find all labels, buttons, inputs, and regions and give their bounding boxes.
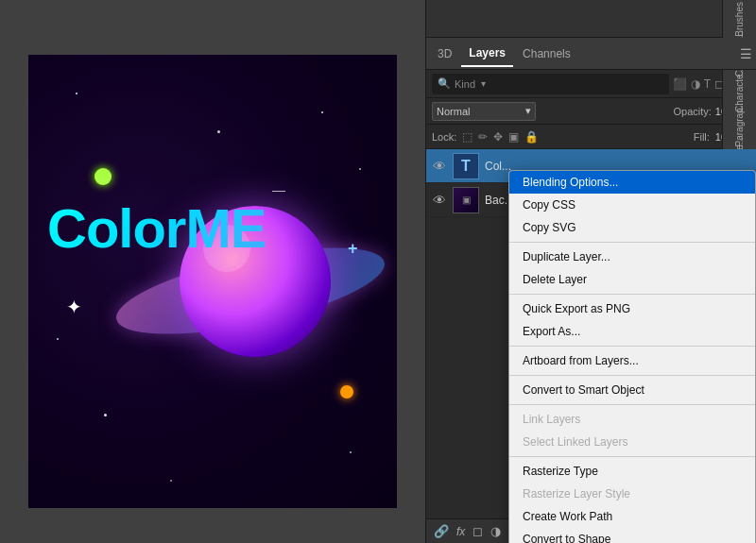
menu-item-link-layers: Link Layers <box>509 408 755 431</box>
menu-item-rasterize-style: Rasterize Layer Style <box>509 483 755 505</box>
star <box>104 414 107 416</box>
lock-all-icon[interactable]: 🔒 <box>524 130 539 144</box>
star-cross-2: — <box>272 182 285 197</box>
menu-item-select-linked: Select Linked Layers <box>509 431 755 453</box>
star <box>76 93 77 94</box>
menu-item-quick-export[interactable]: Quick Export as PNG <box>509 297 755 320</box>
star <box>321 111 323 113</box>
context-menu: Blending Options... Copy CSS Copy SVG Du… <box>508 170 756 543</box>
menu-item-convert-smart[interactable]: Convert to Smart Object <box>509 379 755 401</box>
fill-label: Fill: <box>694 131 710 143</box>
menu-item-create-work-path[interactable]: Create Work Path <box>509 505 755 528</box>
tab-3d[interactable]: 3D <box>430 42 459 66</box>
menu-divider-5 <box>509 404 755 405</box>
tab-menu-icon[interactable]: ☰ <box>740 46 752 61</box>
panel-tabs: 3D Layers Channels ☰ <box>426 38 756 70</box>
layer-visibility-icon[interactable]: 👁 <box>432 159 447 174</box>
character-btn[interactable]: Characte... <box>727 76 753 102</box>
star <box>359 168 361 170</box>
star-cross: ✦ <box>66 296 82 318</box>
filter-search-box[interactable]: 🔍 Kind ▾ <box>432 74 669 94</box>
blend-chevron-icon: ▾ <box>525 105 531 117</box>
star <box>170 480 172 482</box>
menu-item-artboard[interactable]: Artboard from Layers... <box>509 349 755 372</box>
lock-label: Lock: <box>432 131 456 143</box>
lock-artboard-icon[interactable]: ▣ <box>508 130 519 144</box>
canvas-wrapper: ColorME + ✦ — <box>28 55 397 508</box>
filter-adjust-icon[interactable]: ◑ <box>691 77 700 91</box>
filter-type-icon[interactable]: T <box>704 77 711 91</box>
layer-thumbnail-bg: ▣ <box>453 187 479 213</box>
paragraph-btn[interactable]: Paragrap... <box>727 110 753 137</box>
canvas-area: ColorME + ✦ — <box>0 0 425 543</box>
menu-item-delete-layer[interactable]: Delete Layer <box>509 268 755 291</box>
link-icon[interactable]: 🔗 <box>434 524 449 538</box>
chevron-down-icon: ▾ <box>481 78 486 89</box>
brushes-icon-btn[interactable]: Brushes <box>727 6 753 32</box>
filter-kind-label: Kind <box>455 78 475 90</box>
menu-item-copy-svg[interactable]: Copy SVG <box>509 216 755 239</box>
tab-channels[interactable]: Channels <box>515 42 578 66</box>
lock-position-icon[interactable]: ✥ <box>493 130 503 144</box>
layer-visibility-icon-2[interactable]: 👁 <box>432 193 447 208</box>
blend-mode-value: Normal <box>437 106 470 117</box>
deco-circle-yellow <box>94 168 112 185</box>
lock-row: Lock: ⬚ ✏ ✥ ▣ 🔒 Fill: 100% ▾ <box>426 125 756 149</box>
star <box>350 451 352 453</box>
lock-image-icon[interactable]: ✏ <box>478 130 488 144</box>
filter-pixel-icon[interactable]: ⬛ <box>673 77 687 91</box>
menu-item-duplicate-layer[interactable]: Duplicate Layer... <box>509 246 755 268</box>
blend-mode-select[interactable]: Normal ▾ <box>432 102 536 121</box>
star <box>217 130 220 133</box>
menu-item-copy-css[interactable]: Copy CSS <box>509 194 755 216</box>
fx-label[interactable]: fx <box>456 525 465 538</box>
menu-divider-4 <box>509 375 755 376</box>
menu-divider-3 <box>509 346 755 347</box>
deco-circle-orange <box>340 385 353 399</box>
layer-thumbnail-text: T <box>453 153 479 179</box>
menu-item-rasterize-type[interactable]: Rasterize Type <box>509 460 755 483</box>
menu-item-blending-options[interactable]: Blending Options... <box>509 171 755 194</box>
search-icon: 🔍 <box>438 77 451 90</box>
filter-row: 🔍 Kind ▾ ⬛ ◑ T ◻ ⬡ ◑ <box>426 70 756 98</box>
panel-topbar: Brushes Clone So... Characte... Paragrap… <box>426 0 756 38</box>
menu-item-export-as[interactable]: Export As... <box>509 320 755 343</box>
blend-mode-row: Normal ▾ Opacity: 100% ▾ <box>426 98 756 125</box>
opacity-label: Opacity: <box>674 106 712 117</box>
star <box>57 338 59 340</box>
add-mask-icon[interactable]: ◻ <box>472 524 483 538</box>
tab-layers[interactable]: Layers <box>461 41 513 67</box>
canvas-text-colorme: ColorME <box>47 196 266 260</box>
text-layer-icon: T <box>461 158 471 175</box>
new-adjustment-icon[interactable]: ◑ <box>490 524 501 538</box>
menu-item-convert-shape[interactable]: Convert to Shape <box>509 528 755 543</box>
menu-divider-1 <box>509 242 755 243</box>
lock-transparent-icon[interactable]: ⬚ <box>462 130 472 144</box>
sparkle: + <box>348 239 358 259</box>
image-layer-icon: ▣ <box>462 195 471 205</box>
menu-divider-2 <box>509 294 755 295</box>
menu-divider-6 <box>509 456 755 457</box>
